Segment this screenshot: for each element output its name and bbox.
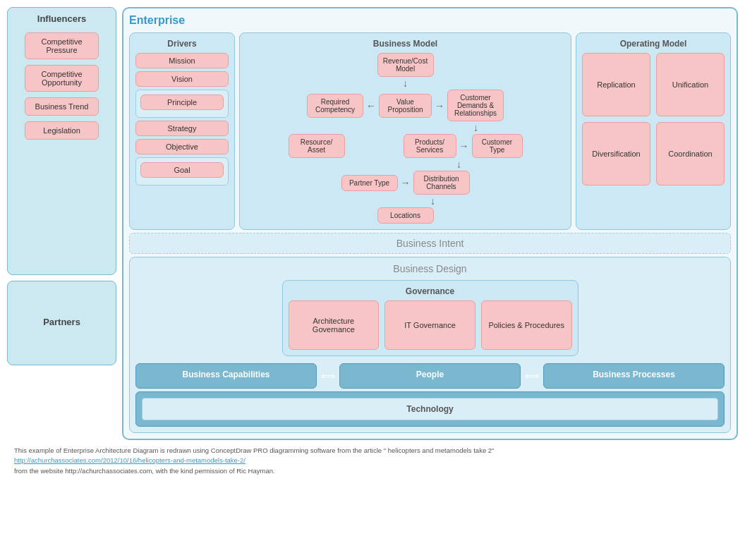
bm-layout: Revenue/Cost Model ↓ Required Competency…: [246, 53, 565, 224]
gov-grid: Architecture Governance IT Governance Po…: [289, 300, 572, 350]
influencer-item-3: Business Trend: [25, 97, 99, 116]
bm-revenue-cost: Revenue/Cost Model: [377, 53, 434, 77]
enterprise-container: Enterprise Drivers Mission Vision Princi…: [122, 7, 738, 440]
driver-vision: Vision: [135, 71, 229, 87]
business-design-area: Business Design Governance Architecture …: [129, 257, 731, 433]
bm-arrows-row3: ↓: [246, 196, 565, 206]
influencer-item-1: Competitive Pressure: [25, 32, 99, 59]
driver-mission: Mission: [135, 53, 229, 68]
bm-row-3: Resource/ Asset Products/ Services → Cus…: [289, 134, 523, 158]
footer-link[interactable]: http://achurchassociates.com/2012/10/16/…: [14, 456, 731, 465]
om-unification: Unification: [656, 53, 725, 116]
business-intent: Business Intent: [129, 233, 731, 254]
top-area: Influencers Competitive Pressure Competi…: [7, 7, 738, 440]
driver-objective: Objective: [135, 139, 229, 154]
arrow-down-3: ↓: [456, 159, 461, 169]
bm-distribution-channels: Distribution Channels: [413, 171, 470, 195]
bm-customer-type: Customer Type: [472, 134, 523, 158]
gov-it: IT Governance: [384, 300, 476, 350]
business-capabilities-panel: Business Capabilities: [135, 363, 317, 389]
people-title: People: [346, 370, 514, 379]
driver-group-goal: Goal: [135, 157, 229, 185]
bm-resource-asset: Resource/ Asset: [289, 134, 345, 158]
bm-customer-demands: Customer Demands & Relationships: [447, 90, 504, 121]
influencer-item-4: Legislation: [25, 121, 99, 140]
arrow-right-2: →: [459, 141, 469, 151]
business-model-panel: Business Model Revenue/Cost Model ↓ Requ…: [239, 32, 571, 230]
footer: This example of Enterprise Architecture …: [7, 443, 738, 479]
bm-locations: Locations: [377, 207, 434, 224]
bm-partner-type: Partner Type: [341, 175, 398, 191]
business-capabilities-title: Business Capabilities: [142, 370, 310, 379]
governance-panel: Governance Architecture Governance IT Go…: [282, 280, 579, 356]
bm-row-4: Partner Type → Distribution Channels: [341, 171, 470, 195]
operating-model-panel: Operating Model Replication Unification …: [576, 32, 731, 230]
arrow-down-4: ↓: [430, 196, 435, 206]
gov-policies: Policies & Procedures: [481, 300, 572, 350]
om-replication: Replication: [582, 53, 650, 116]
driver-goal: Goal: [140, 162, 224, 178]
people-panel: People: [339, 363, 521, 389]
om-coordination: Coordination: [656, 122, 725, 185]
driver-strategy: Strategy: [135, 121, 229, 136]
footer-line1: This example of Enterprise Architecture …: [14, 446, 731, 456]
bm-products-services: Products/ Services: [404, 134, 456, 158]
governance-title: Governance: [289, 286, 572, 296]
business-processes-title: Business Processes: [550, 370, 718, 379]
drivers-panel: Drivers Mission Vision Principle Strateg…: [129, 32, 235, 230]
bottom-row: Business Capabilities ⟺ People ⟺ Busines…: [135, 363, 725, 389]
arrow-down-1: ↓: [403, 78, 408, 88]
footer-line2: from the website http://achurchassociate…: [14, 466, 731, 476]
bm-arrows-row2: ↓: [246, 159, 565, 169]
partners-title: Partners: [43, 317, 80, 327]
partners-panel: Partners: [7, 281, 116, 365]
technology-bar: Technology: [135, 391, 725, 427]
business-design-title: Business Design: [135, 263, 725, 274]
bm-required-competency: Required Competency: [307, 94, 363, 118]
enterprise-title: Enterprise: [129, 14, 731, 27]
arrow-right-3: →: [401, 178, 411, 188]
people-bp-connector: ⟺: [525, 363, 539, 389]
driver-group-principle: Principle: [135, 90, 229, 118]
left-column: Influencers Competitive Pressure Competi…: [7, 7, 116, 365]
business-processes-panel: Business Processes: [543, 363, 725, 389]
arrow-down-2: ↓: [473, 123, 478, 133]
gov-architecture: Architecture Governance: [289, 300, 380, 350]
main-container: Influencers Competitive Pressure Competi…: [0, 0, 745, 482]
influencers-title: Influencers: [37, 13, 86, 24]
technology-label: Technology: [142, 398, 718, 420]
om-diversification: Diversification: [582, 122, 650, 185]
arrow-left-1: ←: [366, 101, 376, 111]
driver-principle: Principle: [140, 95, 224, 110]
drivers-title: Drivers: [135, 39, 229, 49]
om-grid: Replication Unification Diversification …: [582, 53, 725, 185]
enterprise-top-row: Drivers Mission Vision Principle Strateg…: [129, 32, 731, 230]
bm-arrows-row: ↓: [246, 123, 565, 133]
influencer-item-2: Competitive Opportunity: [25, 65, 99, 92]
business-model-title: Business Model: [246, 39, 565, 49]
bc-people-connector: ⟺: [321, 363, 335, 389]
bm-value-proposition: Value Proposition: [379, 94, 432, 118]
operating-model-title: Operating Model: [582, 39, 725, 49]
bm-row-2: Required Competency ← Value Proposition …: [307, 90, 504, 121]
governance-wrapper: Governance Architecture Governance IT Go…: [135, 280, 725, 356]
arrow-right-1: →: [435, 101, 444, 111]
influencers-panel: Influencers Competitive Pressure Competi…: [7, 7, 116, 275]
